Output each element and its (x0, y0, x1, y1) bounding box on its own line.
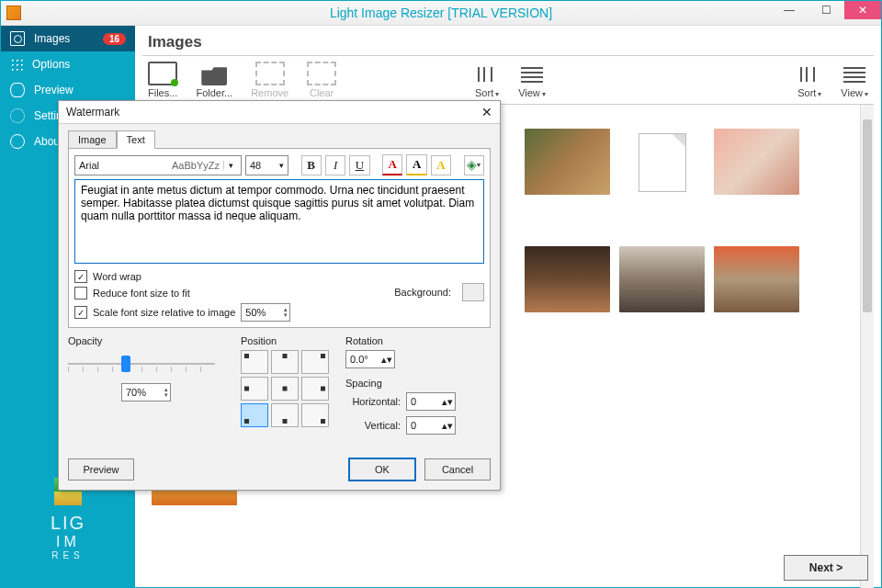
bold-button[interactable]: B (301, 155, 322, 175)
italic-button[interactable]: I (325, 155, 345, 175)
spinner-icon[interactable]: ▴▾ (442, 420, 453, 432)
position-bottom-right[interactable] (301, 403, 329, 427)
dialog-close-button[interactable]: ✕ (481, 105, 492, 119)
position-bottom-center[interactable] (271, 403, 299, 427)
view-button-2[interactable]: View▾ (841, 65, 868, 98)
ok-button[interactable]: OK (349, 458, 415, 481)
next-button[interactable]: Next > (784, 555, 868, 581)
window-title: Light Image Resizer [TRIAL VERSION] (1, 6, 881, 20)
sidebar-item-preview[interactable]: Preview (1, 77, 135, 103)
spacing-label: Spacing (345, 378, 456, 389)
chevron-down-icon: ▾ (223, 161, 237, 170)
sidebar-item-label: Preview (34, 84, 74, 96)
font-size-select[interactable]: 48 ▾ (245, 155, 288, 175)
dialog-body: Image Text Arial AaBbYyZz ▾ 48 ▾ B (59, 124, 500, 449)
position-bottom-left[interactable] (241, 403, 268, 427)
close-button[interactable]: ✕ (844, 1, 881, 19)
word-wrap-option[interactable]: ✓Word wrap (74, 270, 394, 283)
position-middle-left[interactable] (241, 377, 268, 401)
images-icon (10, 31, 25, 46)
gear-icon (10, 108, 25, 123)
dialog-footer: Preview OK Cancel (59, 449, 500, 490)
maximize-button[interactable]: ☐ (808, 1, 844, 19)
tab-image[interactable]: Image (68, 130, 117, 149)
sidebar-item-options[interactable]: Options (1, 51, 135, 77)
tab-text[interactable]: Text (117, 130, 155, 149)
rotation-label: Rotation (345, 335, 456, 346)
minimize-button[interactable]: — (771, 1, 808, 19)
sort-button[interactable]: Sort▾ (474, 65, 500, 98)
font-name: Arial (79, 160, 99, 171)
slider-thumb[interactable] (121, 356, 130, 372)
highlight-color-button[interactable]: A (431, 155, 451, 175)
checkbox-icon (74, 287, 87, 300)
reduce-font-option[interactable]: Reduce font size to fit (74, 287, 394, 300)
image-thumbnail[interactable] (619, 129, 705, 195)
image-thumbnail[interactable] (714, 129, 799, 195)
underline-button[interactable]: U (349, 155, 369, 175)
chevron-down-icon: ▾ (542, 90, 546, 98)
scale-font-option[interactable]: ✓Scale font size relative to image 50%▴▾ (74, 303, 394, 322)
clear-label: Clear (310, 87, 334, 98)
opacity-input[interactable]: 70%▴▾ (121, 383, 171, 401)
image-thumbnail[interactable] (525, 246, 610, 312)
folder-add-icon (201, 65, 227, 85)
insert-tag-button[interactable]: ◈▾ (464, 155, 484, 175)
spinner-icon[interactable]: ▴▾ (164, 387, 168, 398)
position-middle-right[interactable] (301, 377, 329, 401)
sort-button-2[interactable]: Sort▾ (797, 65, 822, 98)
view-icon (519, 65, 545, 85)
view-button[interactable]: View▾ (518, 65, 546, 98)
scrollbar-thumb[interactable] (863, 119, 872, 312)
app-window: Light Image Resizer [TRIAL VERSION] — ☐ … (0, 0, 882, 588)
sort-label: Sort (797, 87, 816, 98)
reduce-label: Reduce font size to fit (93, 288, 190, 299)
opacity-value: 70% (126, 387, 146, 398)
image-thumbnail[interactable] (619, 246, 705, 312)
sidebar-item-label: Images (34, 32, 70, 45)
chevron-down-icon: ▾ (865, 90, 868, 98)
scale-percent-input[interactable]: 50%▴▾ (241, 303, 290, 322)
font-color-button[interactable]: A (382, 154, 402, 175)
image-thumbnail[interactable] (525, 129, 610, 195)
titlebar: Light Image Resizer [TRIAL VERSION] — ☐ … (1, 1, 881, 26)
font-sample: AaBbYyZz (172, 160, 220, 171)
image-thumbnail[interactable] (714, 246, 799, 312)
gallery-scrollbar[interactable] (860, 105, 874, 588)
remove-button[interactable]: Remove (251, 62, 288, 98)
format-toolbar: Arial AaBbYyZz ▾ 48 ▾ B I U A A A (74, 154, 484, 175)
position-top-right[interactable] (301, 350, 329, 374)
clear-button[interactable]: Clear (307, 62, 336, 98)
position-top-left[interactable] (241, 350, 268, 374)
vertical-spacing-input[interactable]: 0▴▾ (406, 416, 456, 435)
sidebar-item-images[interactable]: Images 16 (1, 26, 135, 51)
checkbox-checked-icon: ✓ (74, 306, 87, 319)
window-controls: — ☐ ✕ (771, 1, 881, 19)
position-middle-center[interactable] (271, 377, 299, 401)
preview-button[interactable]: Preview (68, 458, 134, 481)
cancel-button[interactable]: Cancel (424, 458, 491, 481)
files-button[interactable]: Files... (148, 62, 177, 98)
sidebar-logo: LIG IM RES (1, 478, 135, 588)
spinner-icon[interactable]: ▴▾ (442, 396, 453, 408)
logo-line3: RES (1, 550, 135, 560)
clear-icon (307, 62, 336, 85)
position-top-center[interactable] (271, 350, 299, 374)
font-family-select[interactable]: Arial AaBbYyZz ▾ (74, 155, 242, 175)
opacity-slider[interactable] (68, 354, 215, 374)
chevron-down-icon: ▾ (818, 90, 821, 98)
horizontal-label: Horizontal: (345, 396, 401, 407)
spinner-icon[interactable]: ▴▾ (381, 354, 392, 366)
spinner-icon[interactable]: ▴▾ (284, 307, 288, 318)
outline-color-button[interactable]: A (406, 154, 426, 175)
horizontal-spacing-input[interactable]: 0▴▾ (406, 392, 456, 411)
position-label: Position (241, 335, 329, 346)
folder-button[interactable]: Folder... (196, 65, 232, 98)
vertical-label: Vertical: (345, 420, 401, 431)
watermark-text-input[interactable] (74, 179, 484, 264)
view-label: View (841, 87, 863, 98)
images-count-badge: 16 (103, 33, 126, 45)
rotation-input[interactable]: 0.0°▴▾ (345, 350, 395, 368)
watermark-dialog: Watermark ✕ Image Text Arial AaBbYyZz ▾ … (58, 100, 501, 491)
background-color-swatch[interactable] (462, 283, 484, 301)
